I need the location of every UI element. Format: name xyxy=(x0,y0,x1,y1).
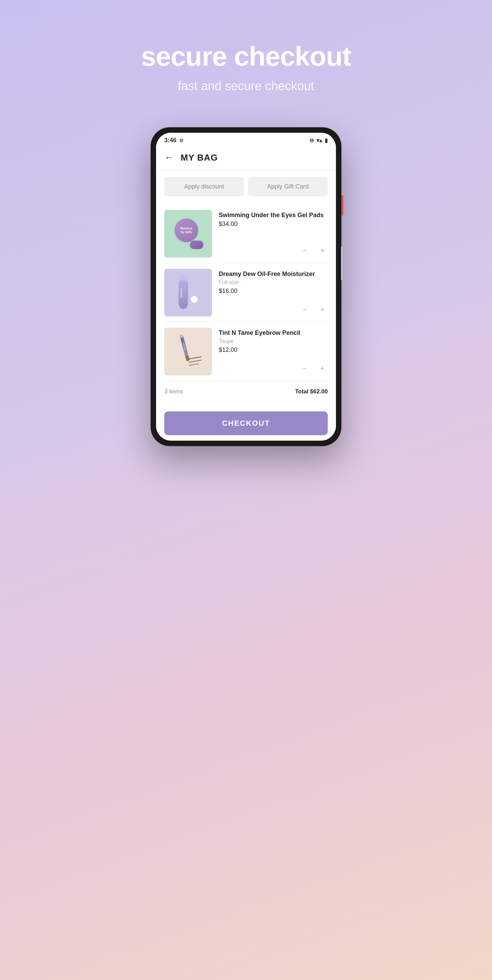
cart-footer: 3 items Total $62.00 xyxy=(164,381,328,401)
settings-icon: ⚙ xyxy=(179,138,184,143)
status-time: 3:46 xyxy=(164,137,176,144)
cart-item: florence Dreamy Dew Oil-Free Moisturizer… xyxy=(164,263,328,322)
eyebrow-pencil-illustration: florence xyxy=(164,328,212,375)
item-image-gel-pads: florenceby mills xyxy=(164,210,212,258)
item-details-eyebrow: Tint N Tame Eyebrow Pencil Taupe $12.00 xyxy=(219,328,328,353)
item-name: Swimming Under the Eyes Gel Pads xyxy=(219,211,328,219)
cart-items-list: florenceby mills Swimming Under the Eyes… xyxy=(164,205,328,381)
item-variant: Taupe xyxy=(219,338,328,344)
increase-qty-button[interactable]: + xyxy=(317,363,328,374)
cart-item: florenceby mills Swimming Under the Eyes… xyxy=(164,205,328,263)
scroll-indicator xyxy=(341,247,342,280)
item-details-gel-pads: Swimming Under the Eyes Gel Pads $34.00 xyxy=(219,210,328,228)
qty-controls-gel-pads: − + xyxy=(299,245,328,256)
item-details-moisturizer: Dreamy Dew Oil-Free Moisturizer Full-siz… xyxy=(219,269,328,295)
increase-qty-button[interactable]: + xyxy=(317,304,328,315)
phone-shell: 3:46 ⚙ ⊖ ▾▴ ▮ ← MY BAG Apply discount Ap… xyxy=(150,127,342,446)
moisturizer-illustration: florence xyxy=(164,269,212,317)
phone-screen: 3:46 ⚙ ⊖ ▾▴ ▮ ← MY BAG Apply discount Ap… xyxy=(156,133,336,441)
decrease-qty-button[interactable]: − xyxy=(299,304,310,315)
nav-bar: ← MY BAG xyxy=(156,147,336,170)
battery-icon: ▮ xyxy=(325,137,328,143)
side-button xyxy=(342,195,343,216)
content-area: Apply discount Apply Gift Card florenceb… xyxy=(156,170,336,407)
item-price: $12.00 xyxy=(219,347,328,353)
qty-controls-moisturizer: − + xyxy=(299,304,328,315)
checkout-bar: CHECKOUT xyxy=(156,407,336,441)
qty-controls-eyebrow: − + xyxy=(299,363,328,374)
increase-qty-button[interactable]: + xyxy=(317,245,328,256)
cart-item: florence xyxy=(164,322,328,381)
item-name: Tint N Tame Eyebrow Pencil xyxy=(219,329,328,337)
checkout-button[interactable]: CHECKOUT xyxy=(164,411,328,435)
item-price: $34.00 xyxy=(219,221,328,228)
apply-discount-button[interactable]: Apply discount xyxy=(164,177,244,196)
page-title: secure checkout xyxy=(141,41,351,72)
wifi-icon: ▾▴ xyxy=(316,137,322,143)
back-button[interactable]: ← xyxy=(164,152,174,163)
item-image-eyebrow: florence xyxy=(164,328,212,375)
cart-total: Total $62.00 xyxy=(295,388,328,395)
signal-icon: ⊖ xyxy=(309,137,314,143)
item-image-moisturizer: florence xyxy=(164,269,212,317)
item-variant: Full-size xyxy=(219,279,328,285)
items-count: 3 items xyxy=(164,388,183,395)
decrease-qty-button[interactable]: − xyxy=(299,363,310,374)
decrease-qty-button[interactable]: − xyxy=(299,245,310,256)
apply-gift-card-button[interactable]: Apply Gift Card xyxy=(248,177,328,196)
page-subtitle: fast and secure checkout xyxy=(178,79,314,93)
page-heading: MY BAG xyxy=(181,153,218,163)
item-name: Dreamy Dew Oil-Free Moisturizer xyxy=(219,270,328,278)
status-bar: 3:46 ⚙ ⊖ ▾▴ ▮ xyxy=(156,133,336,147)
item-price: $16.00 xyxy=(219,288,328,295)
discount-buttons-row: Apply discount Apply Gift Card xyxy=(164,177,328,196)
gel-pads-illustration: florenceby mills xyxy=(164,210,212,258)
